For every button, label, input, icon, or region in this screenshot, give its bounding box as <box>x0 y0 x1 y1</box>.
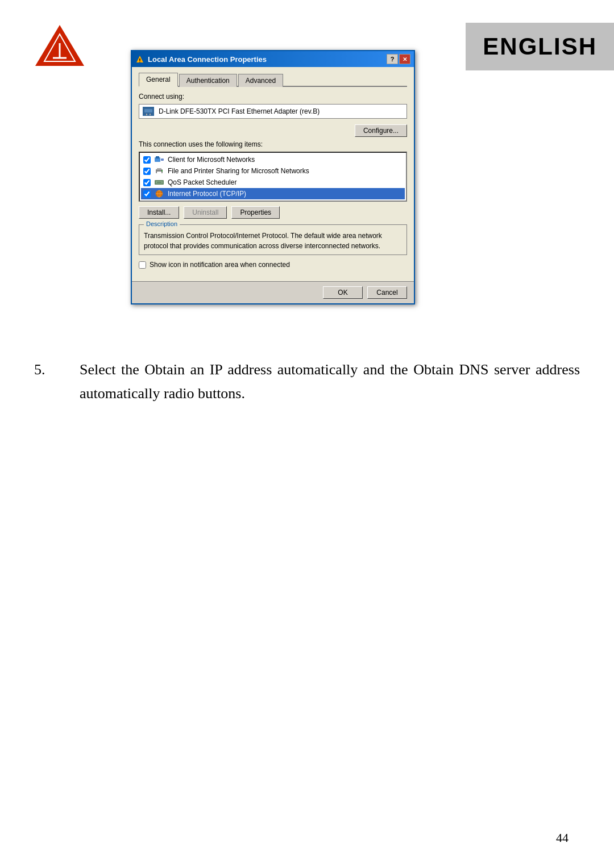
banner-text: ENGLISH <box>483 33 597 60</box>
page-number: 44 <box>556 831 569 845</box>
close-button[interactable]: ✕ <box>399 54 410 64</box>
title-bar: Local Area Connection Properties ? ✕ <box>132 51 414 67</box>
list-item[interactable]: Client for Microsoft Networks <box>141 154 405 165</box>
svg-rect-13 <box>161 158 164 161</box>
install-button[interactable]: Install... <box>139 206 179 219</box>
title-bar-text: Local Area Connection Properties <box>148 55 267 64</box>
tcp-ip-icon <box>154 189 164 198</box>
item-label-4: Internet Protocol (TCP/IP) <box>168 190 246 198</box>
svg-rect-10 <box>150 114 151 115</box>
adapter-icon <box>143 107 154 116</box>
item-checkbox-4[interactable] <box>143 190 151 198</box>
title-bar-buttons: ? ✕ <box>387 54 410 64</box>
configure-button[interactable]: Configure... <box>355 124 407 137</box>
properties-button[interactable]: Properties <box>231 206 280 219</box>
logo <box>34 23 85 70</box>
adapter-row: D-Link DFE-530TX PCI Fast Ethernet Adapt… <box>139 104 407 119</box>
tab-authentication[interactable]: Authentication <box>179 74 237 87</box>
step-number: 5. <box>34 358 80 405</box>
show-icon-label: Show icon in notification area when conn… <box>150 261 290 269</box>
step-text: Select the Obtain an IP address automati… <box>80 358 580 405</box>
uninstall-button[interactable]: Uninstall <box>184 206 227 219</box>
connect-using-label: Connect using: <box>139 93 407 101</box>
tab-general[interactable]: General <box>139 73 178 87</box>
list-item[interactable]: QoS Packet Scheduler <box>141 177 405 188</box>
svg-rect-8 <box>144 109 152 112</box>
show-icon-row: Show icon in notification area when conn… <box>139 261 407 269</box>
svg-rect-16 <box>157 172 161 173</box>
printer-sharing-icon <box>154 166 164 176</box>
step-container: 5. Select the Obtain an IP address autom… <box>34 358 580 405</box>
help-button[interactable]: ? <box>387 54 398 64</box>
description-group: Description Transmission Control Protoco… <box>139 224 407 255</box>
client-networks-icon <box>154 155 164 164</box>
ok-button[interactable]: OK <box>323 286 363 299</box>
title-bar-icon <box>135 55 144 64</box>
qos-icon <box>154 178 164 187</box>
item-checkbox-1[interactable] <box>143 156 151 164</box>
item-label-1: Client for Microsoft Networks <box>168 156 255 164</box>
svg-rect-17 <box>161 170 163 172</box>
list-item[interactable]: Internet Protocol (TCP/IP) <box>141 188 405 199</box>
dialog-body: General Authentication Advanced Connect … <box>132 67 414 281</box>
list-item[interactable]: File and Printer Sharing for Microsoft N… <box>141 165 405 177</box>
item-label-2: File and Printer Sharing for Microsoft N… <box>168 167 309 175</box>
svg-rect-15 <box>157 168 161 170</box>
svg-point-6 <box>139 61 140 62</box>
svg-rect-9 <box>146 114 147 115</box>
configure-row: Configure... <box>139 124 407 137</box>
cancel-button[interactable]: Cancel <box>367 286 407 299</box>
show-icon-checkbox[interactable] <box>139 261 146 269</box>
item-label-3: QoS Packet Scheduler <box>168 178 237 186</box>
action-buttons-row: Install... Uninstall Properties <box>139 206 407 219</box>
english-banner: ENGLISH <box>466 23 614 70</box>
tab-advanced[interactable]: Advanced <box>238 74 283 87</box>
content-area: Connect using: D-Link DFE-530TX PCI Fast… <box>139 93 407 269</box>
uses-items-label: This connection uses the following items… <box>139 140 407 148</box>
item-checkbox-2[interactable] <box>143 168 151 175</box>
tabs-row: General Authentication Advanced <box>139 72 407 87</box>
description-text: Transmission Control Protocol/Internet P… <box>144 231 402 251</box>
dialog-window: Local Area Connection Properties ? ✕ Gen… <box>131 50 415 304</box>
item-checkbox-3[interactable] <box>143 179 151 186</box>
description-legend: Description <box>144 220 180 227</box>
adapter-name: D-Link DFE-530TX PCI Fast Ethernet Adapt… <box>159 107 320 115</box>
dialog-footer: OK Cancel <box>132 281 414 303</box>
items-listbox[interactable]: Client for Microsoft Networks File and P… <box>139 152 407 202</box>
svg-rect-12 <box>156 156 159 158</box>
